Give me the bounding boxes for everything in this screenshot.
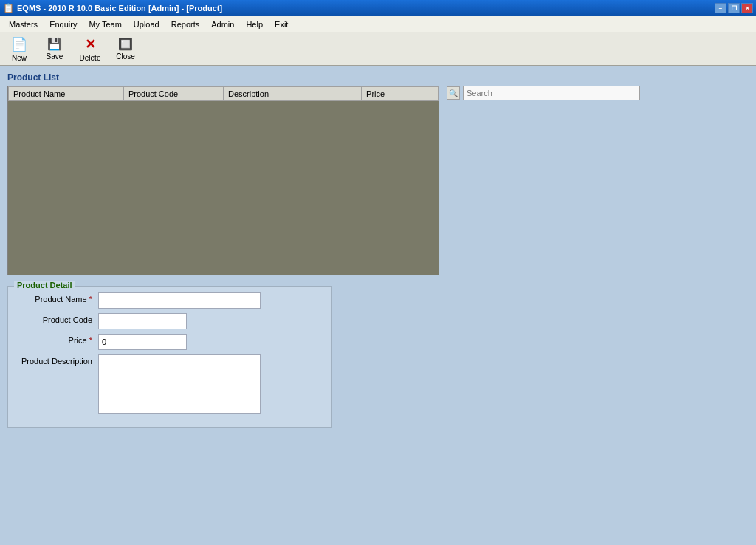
new-icon: 📄 bbox=[11, 36, 27, 52]
delete-icon: ✕ bbox=[85, 36, 96, 52]
product-table: Product Name Product Code Description Pr… bbox=[8, 86, 439, 101]
new-button[interactable]: 📄 New bbox=[3, 35, 35, 63]
search-icon-button[interactable]: 🔍 bbox=[447, 86, 460, 100]
menu-item-help[interactable]: Help bbox=[240, 18, 269, 30]
col-price: Price bbox=[362, 87, 439, 101]
save-label: Save bbox=[47, 52, 63, 61]
product-code-input[interactable] bbox=[98, 313, 187, 329]
required-star-price: * bbox=[87, 336, 92, 345]
app-icon: 📋 bbox=[3, 3, 14, 13]
required-star-name: * bbox=[87, 295, 92, 304]
price-label: Price * bbox=[17, 334, 98, 345]
product-name-label: Product Name * bbox=[17, 292, 98, 304]
product-description-textarea[interactable] bbox=[98, 354, 261, 414]
new-label: New bbox=[12, 54, 27, 62]
close-button[interactable]: 🔲 Close bbox=[109, 35, 142, 63]
minimize-button[interactable]: − bbox=[715, 3, 726, 13]
menu-item-exit[interactable]: Exit bbox=[269, 18, 294, 30]
menu-item-masters[interactable]: Masters bbox=[3, 18, 44, 30]
table-header-row: Product Name Product Code Description Pr… bbox=[9, 87, 439, 101]
search-input[interactable] bbox=[463, 86, 640, 100]
save-button[interactable]: 💾 Save bbox=[38, 35, 71, 63]
menu-item-reports[interactable]: Reports bbox=[165, 18, 206, 30]
table-body-area bbox=[8, 101, 439, 275]
menu-item-enquiry[interactable]: Enquiry bbox=[44, 18, 83, 30]
product-detail-section: Product Detail Product Name * Product Co… bbox=[7, 286, 332, 428]
product-description-label: Product Description bbox=[17, 354, 98, 366]
search-panel: 🔍 bbox=[447, 86, 749, 275]
product-name-input[interactable] bbox=[98, 292, 261, 309]
form-row-price: Price * bbox=[17, 334, 323, 350]
close-label: Close bbox=[116, 52, 135, 61]
form-row-product-description: Product Description bbox=[17, 354, 323, 414]
price-input[interactable] bbox=[98, 334, 187, 350]
menu-bar: Masters Enquiry My Team Upload Reports A… bbox=[0, 16, 756, 32]
product-detail-title: Product Detail bbox=[14, 281, 75, 289]
delete-label: Delete bbox=[80, 54, 101, 62]
menu-item-admin[interactable]: Admin bbox=[205, 18, 240, 30]
save-icon: 💾 bbox=[47, 37, 62, 51]
close-window-button[interactable]: ✕ bbox=[741, 3, 753, 13]
col-product-name: Product Name bbox=[9, 87, 124, 101]
form-row-product-name: Product Name * bbox=[17, 292, 323, 309]
delete-button[interactable]: ✕ Delete bbox=[74, 35, 106, 63]
restore-button[interactable]: ❐ bbox=[728, 3, 740, 13]
search-icon: 🔍 bbox=[449, 89, 458, 97]
product-table-wrapper: Product Name Product Code Description Pr… bbox=[7, 86, 439, 275]
title-bar-left: 📋 EQMS - 2010 R 10.0 Basic Edition [Admi… bbox=[3, 3, 222, 13]
title-bar: 📋 EQMS - 2010 R 10.0 Basic Edition [Admi… bbox=[0, 0, 756, 16]
form-row-product-code: Product Code bbox=[17, 313, 323, 329]
col-description: Description bbox=[223, 87, 361, 101]
toolbar: 📄 New 💾 Save ✕ Delete 🔲 Close bbox=[0, 32, 756, 66]
col-product-code: Product Code bbox=[123, 87, 223, 101]
title-text: EQMS - 2010 R 10.0 Basic Edition [Admin]… bbox=[17, 4, 222, 13]
product-list-container: Product Name Product Code Description Pr… bbox=[7, 86, 749, 275]
product-code-label: Product Code bbox=[17, 313, 98, 324]
title-bar-controls: − ❐ ✕ bbox=[715, 3, 753, 13]
menu-item-my-team[interactable]: My Team bbox=[83, 18, 127, 30]
product-list-title: Product List bbox=[7, 72, 749, 83]
search-box: 🔍 bbox=[447, 86, 749, 100]
menu-item-upload[interactable]: Upload bbox=[128, 18, 165, 30]
close-icon: 🔲 bbox=[118, 37, 133, 51]
main-content: Product List Product Name Product Code D… bbox=[0, 66, 756, 545]
